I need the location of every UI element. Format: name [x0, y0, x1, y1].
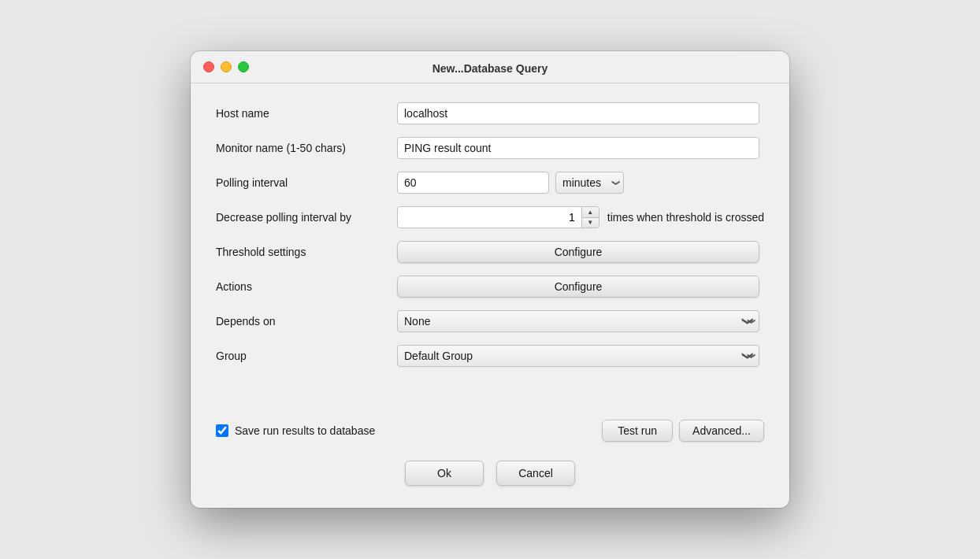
depends-on-select[interactable]: None	[397, 310, 759, 332]
dialog-window: New...Database Query Host name Monitor n…	[191, 51, 789, 508]
hostname-label: Host name	[216, 107, 397, 120]
footer-row: Save run results to database Test run Ad…	[191, 407, 789, 451]
save-results-label: Save run results to database	[235, 424, 375, 437]
decrease-suffix: times when threshold is crossed	[607, 211, 764, 224]
polling-interval-input[interactable]	[397, 172, 549, 194]
depends-on-row: Depends on None ❯	[216, 310, 764, 332]
polling-unit-select[interactable]: minutes seconds hours	[555, 172, 624, 194]
hostname-row: Host name	[216, 102, 764, 124]
minimize-button[interactable]	[221, 61, 232, 72]
window-title: New...Database Query	[432, 62, 548, 75]
titlebar: New...Database Query	[191, 51, 789, 83]
ok-button[interactable]: Ok	[405, 461, 484, 486]
monitor-name-input[interactable]	[397, 137, 759, 159]
polling-interval-row: Polling interval minutes seconds hours	[216, 172, 764, 194]
test-run-button[interactable]: Test run	[602, 420, 673, 442]
decrease-polling-row: Decrease polling interval by ▲ ▼ times w…	[216, 206, 764, 228]
hostname-input[interactable]	[397, 102, 759, 124]
group-select[interactable]: Default Group	[397, 345, 759, 367]
polling-interval-controls: minutes seconds hours	[397, 172, 624, 194]
threshold-configure-button[interactable]: Configure	[397, 241, 759, 263]
monitor-name-label: Monitor name (1-50 chars)	[216, 142, 397, 154]
decrease-value-wrapper: ▲ ▼	[397, 206, 600, 228]
polling-interval-label: Polling interval	[216, 176, 397, 189]
decrease-polling-label: Decrease polling interval by	[216, 211, 397, 224]
depends-on-select-wrapper: None ❯	[397, 310, 759, 332]
spinner-down-button[interactable]: ▼	[582, 218, 599, 228]
close-button[interactable]	[203, 61, 214, 72]
polling-unit-select-wrapper: minutes seconds hours	[555, 172, 624, 194]
advanced-button[interactable]: Advanced...	[679, 420, 764, 442]
group-label: Group	[216, 350, 397, 362]
dialog-content: Host name Monitor name (1-50 chars) Poll…	[191, 83, 789, 407]
threshold-settings-label: Threshold settings	[216, 246, 397, 258]
group-select-wrapper: Default Group ❯	[397, 345, 759, 367]
decrease-value-input[interactable]	[397, 206, 600, 228]
actions-label: Actions	[216, 280, 397, 293]
save-results-wrapper: Save run results to database	[216, 424, 592, 437]
group-row: Group Default Group ❯	[216, 345, 764, 367]
spinner-buttons: ▲ ▼	[581, 207, 599, 228]
cancel-button[interactable]: Cancel	[496, 461, 575, 486]
threshold-settings-row: Threshold settings Configure	[216, 241, 764, 263]
window-controls	[203, 61, 249, 72]
maximize-button[interactable]	[238, 61, 249, 72]
spinner-up-button[interactable]: ▲	[582, 207, 599, 218]
actions-row: Actions Configure	[216, 276, 764, 298]
save-results-checkbox[interactable]	[216, 424, 228, 437]
footer-action-buttons: Test run Advanced...	[602, 420, 764, 442]
monitor-name-row: Monitor name (1-50 chars)	[216, 137, 764, 159]
actions-configure-button[interactable]: Configure	[397, 276, 759, 298]
bottom-buttons: Ok Cancel	[191, 451, 789, 508]
depends-on-label: Depends on	[216, 315, 397, 328]
